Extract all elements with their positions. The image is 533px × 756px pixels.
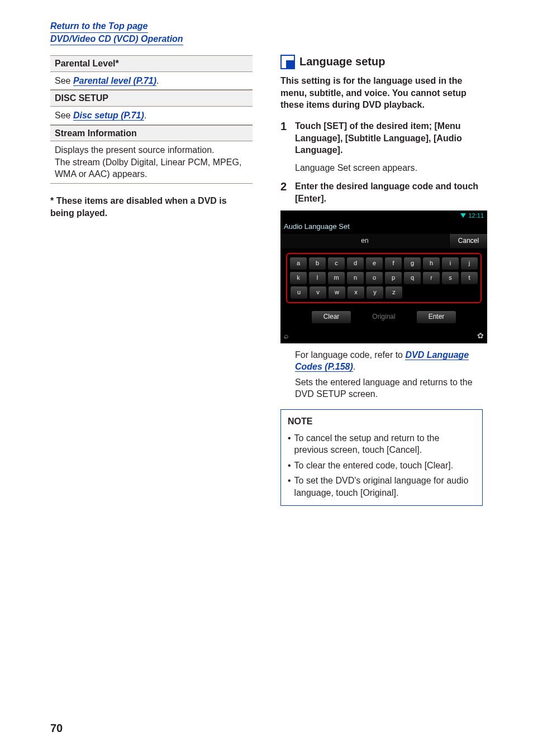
key-e[interactable]: e — [366, 257, 383, 270]
key-b[interactable]: b — [309, 257, 326, 270]
key-y[interactable]: y — [367, 286, 383, 299]
key-u[interactable]: u — [291, 286, 307, 299]
section-icon — [280, 55, 295, 69]
key-s[interactable]: s — [442, 272, 459, 284]
device-screen-title: Audio Language Set — [284, 222, 350, 232]
key-i[interactable]: i — [442, 257, 459, 270]
right-column: Language setup This setting is for the l… — [280, 53, 483, 506]
key-o[interactable]: o — [366, 272, 383, 284]
clear-button[interactable]: Clear — [312, 311, 351, 323]
return-top-link[interactable]: Return to the Top page — [50, 21, 148, 31]
disc-setup-link[interactable]: Disc setup (P.71) — [73, 111, 144, 121]
page-number: 70 — [50, 721, 63, 736]
key-w[interactable]: w — [329, 286, 345, 299]
after-device-p2: Sets the entered language and returns to… — [280, 376, 483, 400]
note-item: •To cancel the setup and return to the p… — [288, 432, 475, 456]
header-links: Return to the Top page DVD/Video CD (VCD… — [50, 20, 483, 45]
key-q[interactable]: q — [404, 272, 421, 284]
note-item: •To set the DVD's original language for … — [288, 475, 475, 499]
note-title: NOTE — [288, 415, 475, 428]
section-intro: This setting is for the language used in… — [280, 75, 483, 111]
footnote-asterisk: * These items are disabled when a DVD is… — [50, 195, 253, 219]
key-m[interactable]: m — [328, 272, 345, 284]
key-a[interactable]: a — [290, 257, 307, 270]
settings-table: Parental Level* See Parental level (P.71… — [50, 55, 253, 184]
original-button[interactable]: Original — [364, 311, 403, 323]
key-h[interactable]: h — [423, 257, 440, 270]
step-number: 2 — [280, 180, 291, 207]
key-x[interactable]: x — [348, 286, 364, 299]
signal-icon — [460, 213, 466, 218]
section-link[interactable]: DVD/Video CD (VCD) Operation — [50, 34, 183, 44]
key-p[interactable]: p — [385, 272, 402, 284]
key-j[interactable]: j — [461, 257, 478, 270]
row-head-disc-setup: DISC SETUP — [50, 90, 253, 107]
see-suffix: . — [156, 76, 159, 85]
row-body-parental: See Parental level (P.71). — [50, 72, 253, 90]
row-head-parental: Parental Level* — [50, 55, 253, 72]
step-2: 2 Enter the desired language code and to… — [280, 180, 483, 207]
loupe-icon[interactable]: ⌕ — [284, 331, 288, 341]
row-body-disc-setup: See Disc setup (P.71). — [50, 107, 253, 125]
language-code-input[interactable]: en — [280, 234, 449, 248]
step-number: 1 — [280, 120, 291, 159]
gear-icon[interactable]: ✿ — [477, 331, 484, 341]
key-l[interactable]: l — [309, 272, 326, 284]
step-1-title: Touch [SET] of the desired item; [Menu L… — [295, 120, 483, 156]
key-z[interactable]: z — [386, 286, 402, 299]
after-device-p1: For language code, refer to DVD Language… — [280, 349, 483, 373]
see-prefix: See — [55, 76, 73, 85]
step-1: 1 Touch [SET] of the desired item; [Menu… — [280, 120, 483, 159]
step-1-sub: Language Set screen appears. — [280, 162, 483, 174]
key-k[interactable]: k — [290, 272, 307, 284]
key-t[interactable]: t — [461, 272, 478, 284]
section-title: Language setup — [299, 54, 385, 69]
key-c[interactable]: c — [328, 257, 345, 270]
p1-prefix: For language code, refer to — [295, 350, 405, 360]
enter-button[interactable]: Enter — [417, 311, 456, 323]
row-head-stream: Stream Information — [50, 125, 253, 142]
key-g[interactable]: g — [404, 257, 421, 270]
key-f[interactable]: f — [385, 257, 402, 270]
note-item: •To clear the entered code, touch [Clear… — [288, 460, 475, 472]
row-body-stream: Displays the present source information.… — [50, 141, 253, 184]
key-v[interactable]: v — [310, 286, 326, 299]
device-clock: 12:11 — [468, 212, 484, 220]
see-prefix: See — [55, 111, 73, 120]
step-2-title: Enter the desired language code and touc… — [295, 180, 483, 204]
left-column: Parental Level* See Parental level (P.71… — [50, 53, 253, 506]
p1-suffix: . — [353, 362, 355, 371]
device-status-bar: 12:11 — [460, 212, 484, 220]
key-r[interactable]: r — [423, 272, 440, 284]
see-suffix: . — [144, 111, 146, 120]
device-screenshot: 12:11 Audio Language Set en Cancel abcde… — [280, 210, 487, 343]
parental-level-link[interactable]: Parental level (P.71) — [73, 76, 156, 86]
section-header: Language setup — [280, 54, 483, 69]
note-box: NOTE •To cancel the setup and return to … — [280, 409, 483, 506]
keyboard-highlight: abcdefghij klmnopqrst uvwxyz — [286, 253, 482, 303]
cancel-button[interactable]: Cancel — [449, 234, 487, 248]
key-d[interactable]: d — [347, 257, 364, 270]
key-n[interactable]: n — [347, 272, 364, 284]
